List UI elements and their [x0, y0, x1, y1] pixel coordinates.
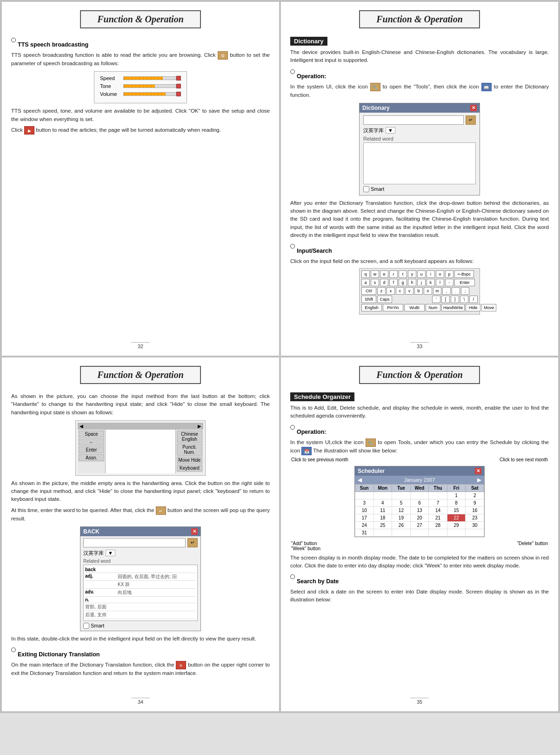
scheduler-prev-btn[interactable]: ◀	[358, 477, 362, 483]
hw-center-area[interactable]	[106, 430, 175, 473]
kb-key-backspace[interactable]: <-Bspc	[454, 270, 474, 278]
dict-result-search-btn[interactable]: ↵	[187, 538, 198, 547]
cal-cell[interactable]: 9	[466, 499, 484, 506]
kb-key-c[interactable]: c	[396, 287, 404, 295]
kb-key-f[interactable]: f	[389, 279, 398, 286]
cal-cell[interactable]	[392, 492, 411, 499]
dict-tools-icon[interactable]: 🔧	[370, 83, 380, 91]
cal-cell[interactable]: 30	[466, 521, 484, 529]
cal-cell[interactable]: 11	[373, 506, 392, 514]
cal-cell[interactable]: 7	[429, 499, 447, 506]
kb-key-semicolon[interactable]: -	[445, 279, 453, 286]
kb-key-wubi[interactable]: WuBi	[404, 304, 425, 311]
kb-key-move[interactable]: Move	[481, 304, 496, 311]
hw-btn-back[interactable]: ←	[79, 438, 104, 445]
kb-key-hide[interactable]: Hide	[466, 304, 480, 311]
kb-key-k[interactable]: k	[427, 279, 435, 286]
cal-cell[interactable]: 27	[410, 521, 429, 529]
cal-cell[interactable]	[466, 529, 484, 536]
cal-cell[interactable]: 18	[373, 514, 392, 521]
scheduler-close-icon[interactable]: ✕	[475, 468, 481, 474]
kb-key-p[interactable]: p	[445, 270, 453, 278]
cal-cell[interactable]	[429, 492, 447, 499]
cal-cell[interactable]	[373, 529, 392, 536]
kb-key-q[interactable]: q	[361, 270, 370, 278]
cal-cell[interactable]: 24	[355, 521, 374, 529]
kb-key-comma[interactable]: ,	[442, 287, 451, 295]
kb-key-r[interactable]: r	[389, 270, 398, 278]
kb-key-h[interactable]: h	[408, 279, 416, 286]
kb-key-a[interactable]: a	[361, 279, 370, 286]
dict-smart-checkbox[interactable]	[363, 186, 369, 192]
kb-key-l[interactable]: l	[436, 279, 444, 286]
kb-key-j[interactable]: j	[417, 279, 426, 286]
cal-cell[interactable]: 2	[466, 492, 484, 499]
cal-cell[interactable]: 19	[392, 514, 411, 521]
dict-result-close-icon[interactable]: ✕	[191, 528, 198, 535]
kb-key-shift[interactable]: Shift	[361, 296, 376, 303]
kb-key-pinyin[interactable]: PinYin	[383, 304, 403, 311]
cal-cell[interactable]: 3	[355, 499, 374, 506]
cal-cell[interactable]: 13	[410, 506, 429, 514]
cal-cell[interactable]: 21	[429, 514, 447, 521]
cal-cell[interactable]: 10	[355, 506, 374, 514]
hw-btn-assn[interactable]: Assn.	[79, 454, 104, 461]
dict-search-button[interactable]: ↵	[466, 115, 476, 125]
kb-key-handwrite[interactable]: HandWrite	[441, 304, 465, 311]
cal-cell[interactable]: 14	[429, 506, 447, 514]
cal-cell[interactable]	[373, 492, 392, 499]
cal-cell[interactable]: 1	[447, 492, 466, 499]
tts-read-icon[interactable]: ▶	[24, 126, 34, 135]
kb-key-m[interactable]: m	[433, 287, 441, 295]
dict-result-dropdown[interactable]: ▼	[106, 550, 115, 556]
cal-cell[interactable]: 23	[466, 514, 484, 521]
kb-key-ctrl[interactable]: Ctrl	[361, 287, 376, 295]
scheduler-next-btn[interactable]: ▶	[477, 477, 481, 483]
kb-key-rbracket[interactable]: ]	[451, 296, 459, 303]
kb-key-n[interactable]: n	[424, 287, 432, 295]
kb-key-u[interactable]: u	[417, 270, 426, 278]
cal-cell[interactable]: 5	[392, 499, 411, 506]
cal-cell[interactable]: 25	[373, 521, 392, 529]
dict-input-field[interactable]	[363, 115, 464, 125]
kb-key-dot[interactable]: .	[452, 287, 460, 295]
dict-select-dropdown[interactable]: ▼	[386, 127, 395, 134]
kb-key-o[interactable]: o	[436, 270, 444, 278]
tts-volume-track[interactable]	[123, 92, 176, 96]
kb-key-x[interactable]: x	[387, 287, 395, 295]
schedule-sched-icon[interactable]: 📅	[301, 447, 312, 455]
schedule-tools-icon[interactable]: 🔧	[366, 438, 376, 447]
kb-key-y[interactable]: y	[408, 270, 416, 278]
cal-cell[interactable]: 28	[429, 521, 447, 529]
exiting-close-icon[interactable]: ✕	[176, 661, 186, 669]
kb-key-num[interactable]: Num	[426, 304, 440, 311]
kb-key-slash[interactable]: ;	[461, 287, 469, 295]
kb-key-quote[interactable]: '	[432, 296, 440, 303]
cal-cell[interactable]	[429, 529, 447, 536]
kb-key-backslash[interactable]: \	[460, 296, 468, 303]
hw-btn-punct[interactable]: Puncti. Num.	[177, 444, 202, 456]
kb-key-i[interactable]: i	[427, 270, 435, 278]
cal-cell-today[interactable]: 22	[447, 514, 466, 521]
cal-cell[interactable]	[447, 529, 466, 536]
dict-result-smart-checkbox[interactable]	[83, 623, 89, 629]
tts-tone-track[interactable]	[123, 84, 176, 88]
cal-cell[interactable]: 8	[447, 499, 466, 506]
cal-cell[interactable]: 26	[392, 521, 411, 529]
kb-key-g[interactable]: g	[399, 279, 407, 286]
cal-cell[interactable]: 16	[466, 506, 484, 514]
cal-cell[interactable]	[392, 529, 411, 536]
hw-btn-enter[interactable]: Enter	[79, 446, 104, 453]
cal-cell[interactable]	[410, 492, 429, 499]
cal-cell[interactable]	[410, 529, 429, 536]
hw-btn-chinese[interactable]: Chinese English	[177, 431, 202, 443]
kb-key-e[interactable]: e	[380, 270, 388, 278]
cal-cell[interactable]: 31	[355, 529, 374, 536]
kb-key-caps[interactable]: Caps	[377, 296, 392, 303]
cal-cell[interactable]: 6	[410, 499, 429, 506]
cal-cell[interactable]: 17	[355, 514, 374, 521]
kb-key-t[interactable]: t	[399, 270, 407, 278]
cal-cell[interactable]: 29	[447, 521, 466, 529]
dict-close-icon[interactable]: ✕	[470, 105, 477, 111]
tts-settings-icon[interactable]: ⚙	[218, 51, 228, 60]
